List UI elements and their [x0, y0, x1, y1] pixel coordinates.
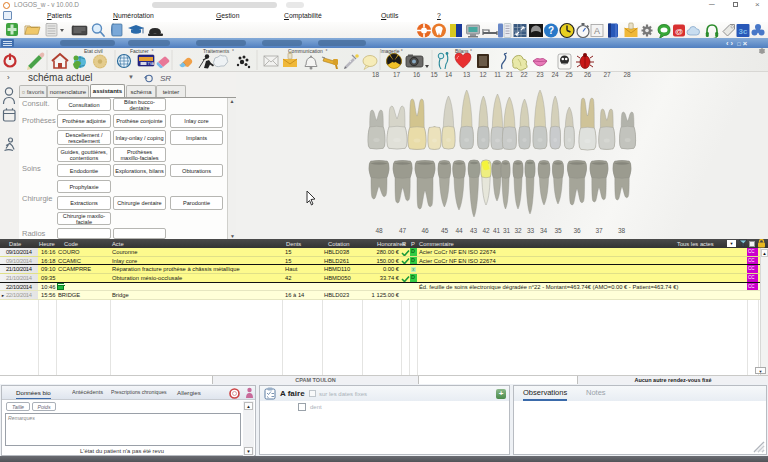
- svg-text:@: @: [675, 27, 683, 36]
- svg-text:A: A: [594, 26, 600, 36]
- svg-text:TVA: TVA: [148, 62, 155, 66]
- svg-text:?: ?: [548, 25, 554, 36]
- svg-text:3c: 3c: [739, 27, 748, 36]
